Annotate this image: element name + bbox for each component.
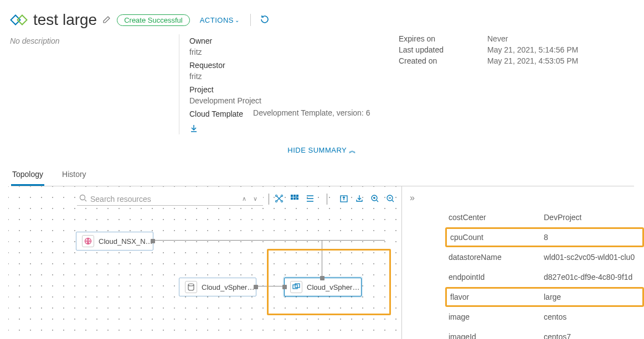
zoom-in-icon[interactable]	[370, 194, 379, 205]
svg-rect-9	[296, 195, 298, 197]
download-icon[interactable]	[189, 124, 399, 134]
details-panel: » costCenterDevProjectcpuCount8datastore…	[401, 186, 644, 339]
graph-view-icon[interactable]	[275, 194, 284, 205]
project-label: Project	[189, 83, 399, 94]
grid-view-icon[interactable]	[290, 194, 299, 205]
property-value: wld01-sc2vc05-wld01-clu0	[544, 253, 635, 262]
property-value: centos7	[544, 332, 571, 339]
hide-summary-toggle[interactable]: HIDE SUMMARY ︽	[0, 140, 644, 165]
expires-label: Expires on	[399, 34, 487, 43]
edit-icon[interactable]	[102, 15, 111, 25]
updated-label: Last updated	[399, 45, 487, 54]
description-text: No description	[10, 34, 179, 134]
property-key: imageId	[449, 332, 544, 339]
node-label: Cloud_NSX_N…	[99, 237, 153, 246]
property-value: 8	[544, 233, 548, 242]
datastore-icon	[185, 281, 197, 293]
node-label: Cloud_vSpher…	[307, 283, 359, 291]
property-row-cpuCount: cpuCount8	[445, 227, 644, 247]
svg-rect-12	[296, 197, 298, 200]
owner-label: Owner	[189, 34, 399, 45]
property-row-datastoreName: datastoreNamewld01-sc2vc05-wld01-clu0	[449, 247, 644, 267]
svg-rect-1	[18, 15, 27, 25]
updated-value: May 21, 2021, 5:14:56 PM	[487, 45, 578, 54]
search-next-icon[interactable]: ∨	[250, 195, 261, 202]
node-nsx[interactable]: Cloud_NSX_N…	[76, 232, 153, 251]
property-key: flavor	[450, 293, 544, 301]
property-value: DevProject	[544, 213, 581, 222]
topology-canvas[interactable]: ∧ ∨ Cloud_NSX_N…	[8, 186, 401, 339]
list-view-icon[interactable]	[306, 194, 315, 205]
cloud-template-label: Cloud Template	[189, 107, 243, 118]
property-key: datastoreName	[449, 253, 544, 262]
property-key: costCenter	[449, 213, 544, 222]
collapse-panel-icon[interactable]: »	[410, 193, 644, 203]
deployment-logo-icon	[10, 11, 28, 29]
import-down-icon[interactable]	[355, 194, 364, 205]
node-label: Cloud_vSpher…	[202, 283, 254, 291]
search-icon	[79, 194, 87, 204]
svg-rect-10	[291, 197, 293, 200]
property-row-endpointId: endpointIdd827e01c-df9e-4c80-9f1d	[449, 267, 644, 287]
network-icon	[82, 235, 94, 247]
cloud-template-value: Development Template, version: 6	[253, 108, 370, 117]
property-value: centos	[544, 312, 566, 321]
chevron-down-icon: ⌄	[235, 17, 240, 23]
vm-icon	[290, 281, 302, 293]
created-label: Created on	[399, 56, 487, 65]
project-value: Development Project	[189, 96, 399, 105]
edge	[152, 240, 385, 241]
requestor-label: Requestor	[189, 59, 399, 70]
svg-rect-7	[291, 195, 293, 197]
property-row-costCenter: costCenterDevProject	[449, 207, 644, 227]
divider	[179, 34, 179, 134]
tab-topology[interactable]: Topology	[11, 165, 44, 186]
property-key: cpuCount	[450, 233, 544, 242]
export-up-icon[interactable]	[339, 194, 348, 205]
hide-summary-label: HIDE SUMMARY	[287, 146, 347, 154]
property-row-image: imagecentos	[449, 307, 644, 327]
property-key: image	[449, 312, 544, 321]
search-bar: ∧ ∨	[77, 192, 263, 206]
refresh-icon[interactable]	[260, 14, 270, 26]
svg-rect-8	[293, 195, 296, 197]
created-value: May 21, 2021, 4:53:05 PM	[487, 56, 578, 65]
expires-value: Never	[487, 34, 508, 43]
node-datastore[interactable]: Cloud_vSpher…	[179, 278, 256, 296]
requestor-value: fritz	[189, 72, 399, 81]
separator	[327, 194, 327, 205]
tab-history[interactable]: History	[61, 165, 87, 186]
property-row-imageId: imageIdcentos7	[449, 327, 644, 339]
property-value: large	[544, 293, 561, 301]
property-row-flavor: flavorlarge	[445, 287, 644, 307]
separator	[269, 194, 269, 205]
svg-point-17	[188, 284, 194, 286]
actions-dropdown[interactable]: ACTIONS ⌄	[200, 16, 240, 24]
zoom-out-icon[interactable]	[386, 194, 395, 205]
property-key: endpointId	[449, 273, 544, 281]
svg-point-2	[80, 195, 85, 200]
owner-value: fritz	[189, 48, 399, 56]
search-input[interactable]	[90, 195, 239, 204]
separator	[250, 14, 251, 26]
property-value: d827e01c-df9e-4c80-9f1d	[544, 273, 632, 281]
actions-label: ACTIONS	[200, 16, 234, 24]
svg-rect-11	[293, 197, 296, 200]
svg-rect-0	[11, 15, 20, 25]
page-title: test large	[33, 11, 97, 29]
node-vm[interactable]: Cloud_vSpher…	[284, 278, 362, 296]
status-badge: Create Successful	[117, 14, 190, 26]
search-prev-icon[interactable]: ∧	[239, 195, 250, 202]
chevron-up-icon: ︽	[349, 146, 357, 154]
